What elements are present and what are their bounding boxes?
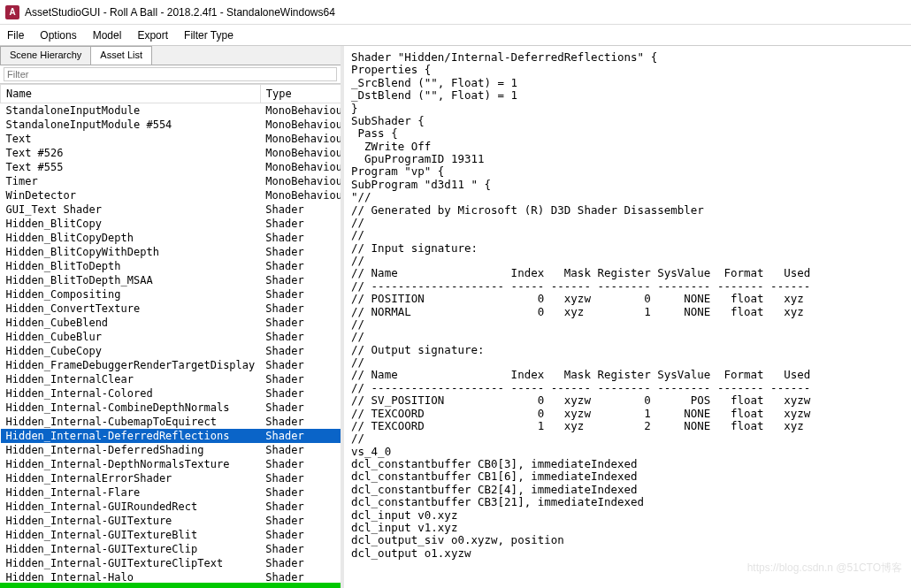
- table-row[interactable]: Text #526MonoBehaviour268: [1, 146, 341, 160]
- cell-name: Hidden_BlitCopyDepth: [1, 231, 261, 245]
- table-row[interactable]: Hidden_BlitToDepthShader3280: [1, 259, 341, 273]
- cell-type: Shader: [260, 429, 341, 443]
- tabs: Scene Hierarchy Asset List: [0, 46, 341, 65]
- cell-type: Shader: [260, 372, 341, 386]
- cell-name: Hidden_Internal-Colored: [1, 386, 261, 401]
- menu-options[interactable]: Options: [40, 29, 76, 42]
- table-row[interactable]: Hidden_Internal-GUITextureShader5686: [1, 514, 341, 528]
- cell-type: MonoBehaviour: [260, 118, 341, 132]
- table-row[interactable]: Hidden_BlitCopyDepthShader3136: [1, 231, 341, 245]
- table-row[interactable]: Hidden_CubeCopyShader5540: [1, 344, 341, 358]
- table-row[interactable]: TimerMonoBehaviour44: [1, 174, 341, 188]
- tab-scene-hierarchy[interactable]: Scene Hierarchy: [0, 46, 91, 65]
- table-row[interactable]: StandaloneInputModule #554MonoBehaviour9…: [1, 118, 341, 132]
- left-panel: Scene Hierarchy Asset List Name Type Siz…: [0, 46, 344, 588]
- menu-export[interactable]: Export: [137, 29, 168, 42]
- titlebar: A AssetStudioGUI - Roll A Ball - 2018.2.…: [0, 0, 911, 25]
- cell-type: Shader: [260, 273, 341, 287]
- table-row[interactable]: Hidden_CompositingShader3556: [1, 287, 341, 302]
- table-row[interactable]: Hidden_InternalClearShader57568: [1, 372, 341, 386]
- cell-type: Shader: [260, 457, 341, 471]
- cell-type: MonoBehaviour: [260, 160, 341, 174]
- table-row[interactable]: Hidden_Internal-DepthNormalsTextureShade…: [1, 457, 341, 471]
- cell-type: Shader: [260, 287, 341, 302]
- right-panel: Shader "Hidden/Internal-DeferredReflecti…: [344, 46, 911, 588]
- cell-type: Shader: [260, 358, 341, 372]
- cell-name: Hidden_BlitToDepth_MSAA: [1, 273, 261, 287]
- cell-type: Shader: [260, 302, 341, 316]
- status-bar: [0, 583, 341, 588]
- table-row[interactable]: Hidden_Internal-CubemapToEquirectShader3…: [1, 415, 341, 429]
- table-row[interactable]: Hidden_ConvertTextureShader3396: [1, 302, 341, 316]
- table-row[interactable]: Hidden_InternalErrorShaderShader13704: [1, 471, 341, 485]
- cell-name: Timer: [1, 174, 261, 188]
- menu-filter-type[interactable]: Filter Type: [184, 29, 233, 42]
- cell-type: Shader: [260, 570, 341, 583]
- cell-name: StandaloneInputModule #554: [1, 118, 261, 132]
- table-row[interactable]: Hidden_BlitCopyShader3312: [1, 217, 341, 231]
- cell-type: MonoBehaviour: [260, 146, 341, 160]
- cell-name: Hidden_Internal-Halo: [1, 570, 261, 583]
- cell-name: Hidden_Internal-GUIRoundedRect: [1, 500, 261, 514]
- cell-name: Hidden_InternalClear: [1, 372, 261, 386]
- window-title: AssetStudioGUI - Roll A Ball - 2018.2.4f…: [25, 6, 335, 19]
- table-row[interactable]: Hidden_Internal-ColoredShader15052: [1, 386, 341, 401]
- table-row[interactable]: Hidden_Internal-DeferredReflectionsShade…: [1, 429, 341, 443]
- cell-type: Shader: [260, 386, 341, 401]
- cell-type: Shader: [260, 528, 341, 542]
- cell-name: Hidden_Internal-GUITextureClipText: [1, 556, 261, 570]
- cell-type: Shader: [260, 443, 341, 457]
- cell-name: Hidden_Internal-GUITextureClip: [1, 542, 261, 556]
- cell-name: GUI_Text Shader: [1, 202, 261, 217]
- tab-asset-list[interactable]: Asset List: [90, 46, 152, 65]
- cell-type: Shader: [260, 556, 341, 570]
- cell-name: Hidden_InternalErrorShader: [1, 471, 261, 485]
- menu-file[interactable]: File: [7, 29, 24, 42]
- table-row[interactable]: Text #555MonoBehaviour268: [1, 160, 341, 174]
- table-row[interactable]: Hidden_BlitCopyWithDepthShader3416: [1, 245, 341, 259]
- table-row[interactable]: GUI_Text ShaderShader16600: [1, 202, 341, 217]
- table-row[interactable]: Hidden_Internal-CombineDepthNormalsShade…: [1, 401, 341, 415]
- table-row[interactable]: Hidden_Internal-GUITextureClipTextShader…: [1, 556, 341, 570]
- cell-type: MonoBehaviour: [260, 103, 341, 118]
- table-row[interactable]: Hidden_Internal-GUITextureClipShader6352: [1, 542, 341, 556]
- code-view[interactable]: Shader "Hidden/Internal-DeferredReflecti…: [344, 46, 911, 588]
- cell-name: Hidden_Internal-CubemapToEquirect: [1, 415, 261, 429]
- table-row[interactable]: Hidden_Internal-GUITextureBlitShader6348: [1, 528, 341, 542]
- table-row[interactable]: Hidden_FrameDebuggerRenderTargetDisplayS…: [1, 358, 341, 372]
- asset-table-wrap[interactable]: Name Type Size StandaloneInputModuleMono…: [0, 84, 341, 583]
- filter-input[interactable]: [4, 67, 337, 81]
- table-row[interactable]: TextMonoBehaviour264: [1, 132, 341, 146]
- cell-name: Hidden_CubeBlend: [1, 316, 261, 330]
- cell-type: MonoBehaviour: [260, 132, 341, 146]
- cell-type: Shader: [260, 259, 341, 273]
- cell-type: Shader: [260, 401, 341, 415]
- table-row[interactable]: Hidden_BlitToDepth_MSAAShader3336: [1, 273, 341, 287]
- table-row[interactable]: Hidden_Internal-GUIRoundedRectShader7652: [1, 500, 341, 514]
- cell-name: Hidden_Internal-DeferredReflections: [1, 429, 261, 443]
- cell-type: Shader: [260, 542, 341, 556]
- cell-name: Text #526: [1, 146, 261, 160]
- table-row[interactable]: Hidden_CubeBlendShader6184: [1, 316, 341, 330]
- cell-name: WinDetector: [1, 188, 261, 202]
- cell-type: Shader: [260, 330, 341, 344]
- cell-type: Shader: [260, 514, 341, 528]
- filter-row: [0, 65, 341, 84]
- cell-name: Hidden_BlitCopy: [1, 217, 261, 231]
- cell-name: Hidden_Internal-DeferredShading: [1, 443, 261, 457]
- content: Scene Hierarchy Asset List Name Type Siz…: [0, 46, 911, 588]
- cell-name: Hidden_Internal-DepthNormalsTexture: [1, 457, 261, 471]
- col-header-type[interactable]: Type: [260, 85, 341, 103]
- cell-name: Hidden_BlitToDepth: [1, 259, 261, 273]
- table-row[interactable]: Hidden_Internal-HaloShader3244: [1, 570, 341, 583]
- table-row[interactable]: Hidden_CubeBlurShader7860: [1, 330, 341, 344]
- table-row[interactable]: StandaloneInputModuleMonoBehaviour96: [1, 103, 341, 118]
- table-row[interactable]: WinDetectorMonoBehaviour36: [1, 188, 341, 202]
- col-header-name[interactable]: Name: [1, 85, 261, 103]
- cell-type: Shader: [260, 500, 341, 514]
- table-row[interactable]: Hidden_Internal-DeferredShadingShader335…: [1, 443, 341, 457]
- table-row[interactable]: Hidden_Internal-FlareShader3236: [1, 485, 341, 500]
- cell-name: Hidden_Internal-GUITextureBlit: [1, 528, 261, 542]
- menu-model[interactable]: Model: [93, 29, 122, 42]
- cell-name: Hidden_FrameDebuggerRenderTargetDisplay: [1, 358, 261, 372]
